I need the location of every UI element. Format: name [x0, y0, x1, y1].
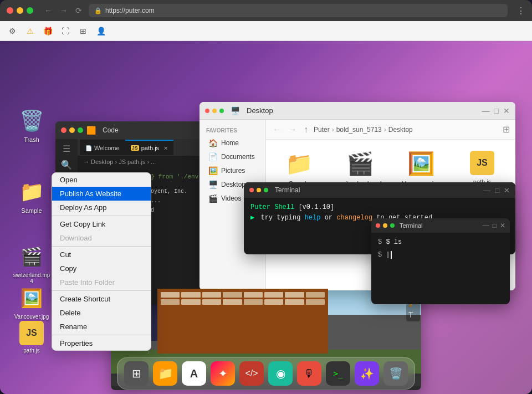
context-menu-deploy[interactable]: Deploy As App [52, 201, 151, 214]
term2-close-btn[interactable] [376, 223, 380, 228]
fm-sidebar-documents[interactable]: 📄 Documents [202, 150, 263, 163]
term2-minimize-btn[interactable] [383, 223, 387, 228]
path-sep-2: › [384, 126, 386, 134]
tab-welcome[interactable]: 📄 Welcome [80, 140, 125, 155]
fm-back-btn[interactable]: ← [272, 124, 283, 136]
context-menu-publish[interactable]: Publish As Website [52, 187, 151, 201]
dock-font-icon[interactable]: A [182, 361, 206, 386]
term2-window-maximize[interactable]: □ [493, 222, 497, 229]
fm-path-desktop[interactable]: Desktop [388, 126, 413, 134]
terminal2-title: Terminal [400, 222, 423, 229]
context-menu-paste-folder[interactable]: Paste Into Folder [52, 275, 151, 289]
term2-maximize-btn[interactable] [390, 223, 395, 228]
maximize-button[interactable] [27, 7, 33, 14]
dock-mic-glyph: 🎙 [304, 367, 315, 380]
grid-icon[interactable]: ⊞ [76, 24, 90, 38]
context-menu-open[interactable]: Open [52, 173, 151, 187]
terminal2-body[interactable]: $ $ ls $ | [371, 233, 510, 265]
fm-window-minimize[interactable]: — [482, 106, 490, 115]
dock-ai-glyph: ✨ [360, 367, 374, 380]
terminal-prompt: ▶ [250, 214, 254, 222]
desktop-icon-trash[interactable]: 🗑️ Trash [12, 108, 51, 143]
context-menu-cut[interactable]: Cut [52, 248, 151, 262]
explorer-icon[interactable]: ☰ [63, 144, 70, 154]
context-menu-properties[interactable]: Properties [52, 336, 151, 350]
term2-cursor: | [386, 251, 391, 259]
context-menu-copy[interactable]: Copy [52, 262, 151, 275]
back-button[interactable]: ← [42, 5, 54, 16]
fm-forward-btn[interactable]: → [287, 124, 298, 136]
fm-path-puter[interactable]: Puter [314, 126, 330, 134]
fm-close-btn[interactable] [205, 109, 209, 113]
context-menu-download[interactable]: Download [52, 231, 151, 245]
code-close-btn[interactable] [61, 127, 66, 133]
tool-3[interactable]: T [408, 310, 418, 319]
desktop-icon-sample[interactable]: 📁 Sample [12, 178, 51, 214]
properties-label: Properties [60, 339, 93, 347]
dock-files-icon[interactable]: 📁 [153, 361, 177, 386]
fm-window-maximize[interactable]: □ [494, 106, 499, 115]
dock-code-icon[interactable]: </> [239, 361, 264, 386]
fm-sidebar-pictures[interactable]: 🖼️ Pictures [202, 164, 263, 177]
tab-close-btn[interactable]: ✕ [163, 145, 168, 151]
window-pane [244, 299, 263, 305]
dock-font-glyph: A [190, 367, 198, 380]
term2-window-minimize[interactable]: — [483, 222, 489, 229]
dock-trash-icon[interactable]: 🗑️ [383, 361, 408, 386]
term-minimize-btn[interactable] [257, 188, 261, 192]
dock-figma-icon[interactable]: ✦ [211, 361, 235, 386]
desktop-icon-switzerland[interactable]: 🎬 switzerland.mp4 [12, 243, 51, 284]
extensions-icon[interactable]: ⚙ [6, 24, 19, 38]
desktop-icon-vancouver[interactable]: 🖼️ Vancouver.jpg [12, 285, 51, 320]
code-traffic-lights [61, 127, 83, 133]
gift-icon[interactable]: 🎁 [41, 24, 54, 38]
fm-path-user[interactable]: bold_sun_5713 [336, 126, 382, 134]
fm-sidebar-home[interactable]: 🏠 Home [202, 136, 263, 150]
fullscreen-icon[interactable]: ⛶ [59, 24, 72, 38]
tab-pathjs[interactable]: JS path.js ✕ [125, 140, 173, 155]
fm-window-close[interactable]: ✕ [503, 106, 510, 115]
context-menu-delete[interactable]: Delete [52, 306, 151, 320]
dock-mic-icon[interactable]: 🎙 [297, 361, 321, 386]
fm-up-btn[interactable]: ↑ [303, 124, 309, 136]
home-icon: 🏠 [208, 139, 218, 147]
fm-maximize-btn[interactable] [219, 109, 224, 113]
browser-menu-button[interactable]: ⋮ [516, 6, 525, 16]
fm-file-vancouver[interactable]: 🖼️ Vancouver.jpg [399, 151, 443, 187]
term-close-btn[interactable] [249, 188, 254, 192]
forward-button[interactable]: → [58, 5, 70, 16]
context-menu-shortcut[interactable]: Create Shortcut [52, 292, 151, 306]
fm-file-sample[interactable]: 📁 Sample [277, 151, 321, 187]
fm-minimize-btn[interactable] [212, 109, 217, 113]
fm-file-pathjs[interactable]: JS path.js [460, 151, 504, 185]
term2-line-1: $ $ ls [378, 237, 503, 248]
search-icon[interactable]: 🔍 [61, 160, 72, 170]
fm-sample-icon: 📁 [285, 151, 313, 177]
address-bar[interactable]: 🔒 https://puter.com [89, 4, 508, 17]
term-maximize-btn[interactable] [264, 188, 268, 192]
warning-icon[interactable]: ⚠ [23, 24, 37, 38]
dock-circle-icon[interactable]: ◉ [268, 361, 293, 386]
context-menu-rename[interactable]: Rename [52, 320, 151, 334]
context-menu: Open Publish As Website Deploy As App Ge… [52, 172, 151, 351]
fm-grid-view-btn[interactable]: ⊞ [503, 124, 510, 135]
code-minimize-btn[interactable] [69, 127, 75, 133]
dock-apps-icon[interactable]: ⊞ [124, 361, 149, 386]
fm-file-switzerland[interactable]: 🎬 switzerland.mp4 [338, 151, 382, 187]
term2-window-close[interactable]: ✕ [500, 222, 505, 229]
desktop-icon-pathjs[interactable]: JS path.js [12, 321, 51, 354]
term-window-maximize[interactable]: □ [495, 186, 499, 195]
term2-prompt-2: $ [378, 251, 386, 259]
building-windows [157, 289, 328, 308]
term-window-close[interactable]: ✕ [504, 186, 510, 195]
code-maximize-btn[interactable] [78, 127, 83, 133]
context-menu-copy-link[interactable]: Get Copy Link [52, 217, 151, 231]
term-window-minimize[interactable]: — [483, 186, 490, 195]
lock-icon: 🔒 [94, 7, 102, 14]
dock-ai-icon[interactable]: ✨ [355, 361, 379, 386]
minimize-button[interactable] [17, 7, 23, 14]
close-button[interactable] [7, 7, 13, 14]
refresh-button[interactable]: ⟳ [73, 5, 84, 16]
dock-terminal-icon[interactable]: >_ [326, 361, 350, 386]
user-icon[interactable]: 👤 [94, 24, 108, 38]
